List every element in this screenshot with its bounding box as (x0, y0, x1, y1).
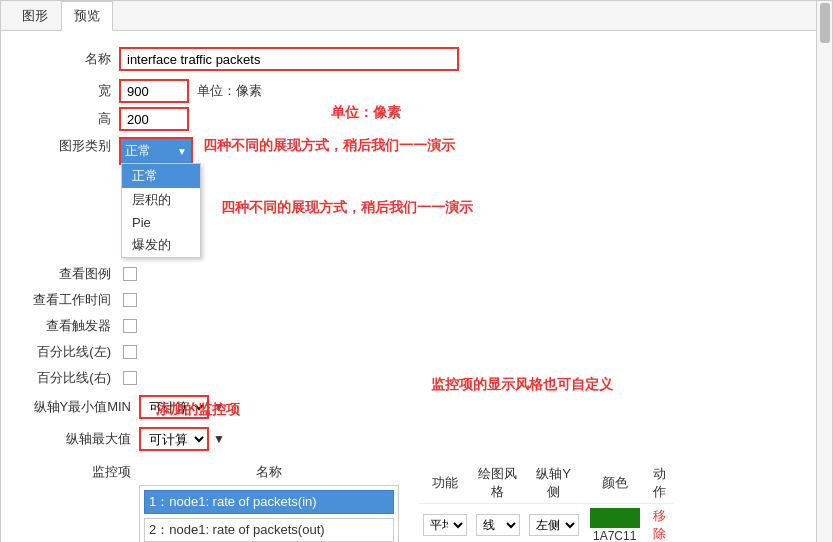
percent-right-label: 百分比线(右) (21, 369, 111, 387)
row1-side-select[interactable]: 左侧 (529, 514, 579, 536)
graph-type-menu: 正常 层积的 Pie 爆发的 (121, 163, 201, 258)
y-min-label: 纵轴Y最小值MIN (21, 398, 131, 416)
width-input[interactable] (119, 79, 189, 103)
height-row: 高 (21, 107, 812, 131)
y-max-label: 纵轴最大值 (21, 430, 131, 448)
percent-left-label: 百分比线(左) (21, 343, 111, 361)
unit-text: 单位：像素 (197, 82, 262, 100)
tab-bar: 图形 预览 (1, 1, 832, 31)
col-action: 动作 (647, 463, 674, 504)
scrollbar[interactable] (816, 1, 832, 542)
dropdown-item-normal[interactable]: 正常 (122, 164, 200, 188)
annotation-added: 添加的监控项 (156, 401, 240, 419)
monitor-label: 监控项 (21, 459, 131, 481)
view-worktime-row: 查看工作时间 (21, 291, 812, 309)
form-area: 名称 宽 单位：像素 高 图形类别 正常 ▼ 正常 层积的 (1, 31, 832, 542)
monitor-table: 功能 绘图风格 纵轴Y侧 颜色 动作 平均 (419, 463, 673, 542)
annotation-style: 监控项的显示风格也可自定义 (431, 376, 613, 394)
annotation-types: 四种不同的展现方式，稍后我们一一演示 (221, 199, 473, 217)
name-input[interactable] (119, 47, 459, 71)
graph-type-label: 图形类别 (21, 137, 111, 155)
col-color: 颜色 (583, 463, 647, 504)
row1-color-swatch (590, 508, 640, 528)
dropdown-item-pie[interactable]: Pie (122, 212, 200, 233)
percent-left-row: 百分比线(左) (21, 343, 812, 361)
monitor-item-2[interactable]: 2：node1: rate of packets(out) (144, 518, 394, 542)
annotation-unit: 单位：像素 (331, 104, 401, 122)
name-row: 名称 (21, 47, 812, 71)
monitor-name-col: 名称 (139, 463, 399, 481)
dropdown-item-explosive[interactable]: 爆发的 (122, 233, 200, 257)
scrollbar-thumb[interactable] (820, 3, 830, 43)
view-worktime-checkbox[interactable] (123, 293, 137, 307)
col-side: 纵轴Y侧 (525, 463, 583, 504)
monitor-row: 监控项 名称 1：node1: rate of packets(in) 2：no… (21, 459, 812, 542)
percent-left-checkbox[interactable] (123, 345, 137, 359)
row1-style-select[interactable]: 线 (476, 514, 520, 536)
tab-graph[interactable]: 图形 (9, 1, 61, 31)
monitor-item-1[interactable]: 1：node1: rate of packets(in) (144, 490, 394, 514)
y-min-row: 纵轴Y最小值MIN 可计算的 ▼ (21, 395, 812, 419)
row1-remove-button[interactable]: 移除 (653, 508, 666, 541)
height-input[interactable] (119, 107, 189, 131)
monitor-right: 功能 绘图风格 纵轴Y侧 颜色 动作 平均 (419, 463, 673, 542)
graph-type-dropdown[interactable]: 正常 ▼ 正常 层积的 Pie 爆发的 (119, 137, 193, 165)
view-worktime-label: 查看工作时间 (21, 291, 111, 309)
monitor-section: 名称 1：node1: rate of packets(in) 2：node1:… (139, 463, 673, 542)
y-max-row: 纵轴最大值 可计算的 ▼ (21, 427, 812, 451)
percent-right-row: 百分比线(右) (21, 369, 812, 387)
view-graph-checkbox[interactable] (123, 267, 137, 281)
tab-preview[interactable]: 预览 (61, 1, 113, 31)
row1-color-text: 1A7C11 (593, 529, 636, 543)
y-max-select[interactable]: 可计算的 (139, 427, 209, 451)
dropdown-item-stacked[interactable]: 层积的 (122, 188, 200, 212)
width-row: 宽 单位：像素 (21, 79, 812, 103)
width-label: 宽 (21, 82, 111, 100)
graph-type-selected[interactable]: 正常 ▼ (121, 139, 191, 163)
view-trigger-checkbox[interactable] (123, 319, 137, 333)
view-trigger-label: 查看触发器 (21, 317, 111, 335)
name-label: 名称 (21, 50, 111, 68)
view-graph-label: 查看图例 (21, 265, 111, 283)
view-trigger-row: 查看触发器 (21, 317, 812, 335)
monitor-left: 名称 1：node1: rate of packets(in) 2：node1:… (139, 463, 399, 542)
table-row: 平均 线 左侧 (419, 504, 673, 543)
y-max-arrow: ▼ (213, 432, 225, 446)
graph-type-row: 图形类别 正常 ▼ 正常 层积的 Pie 爆发的 四种不同的展现方式，稍后我们一… (21, 137, 812, 165)
view-graph-row: 查看图例 (21, 265, 812, 283)
annotation-four-types: 四种不同的展现方式，稍后我们一一演示 (203, 137, 455, 155)
row1-func-select[interactable]: 平均 (423, 514, 467, 536)
col-func: 功能 (419, 463, 471, 504)
dropdown-arrow-icon: ▼ (177, 146, 187, 157)
height-label: 高 (21, 110, 111, 128)
monitor-list: 1：node1: rate of packets(in) 2：node1: ra… (139, 485, 399, 542)
percent-right-checkbox[interactable] (123, 371, 137, 385)
col-style: 绘图风格 (471, 463, 525, 504)
